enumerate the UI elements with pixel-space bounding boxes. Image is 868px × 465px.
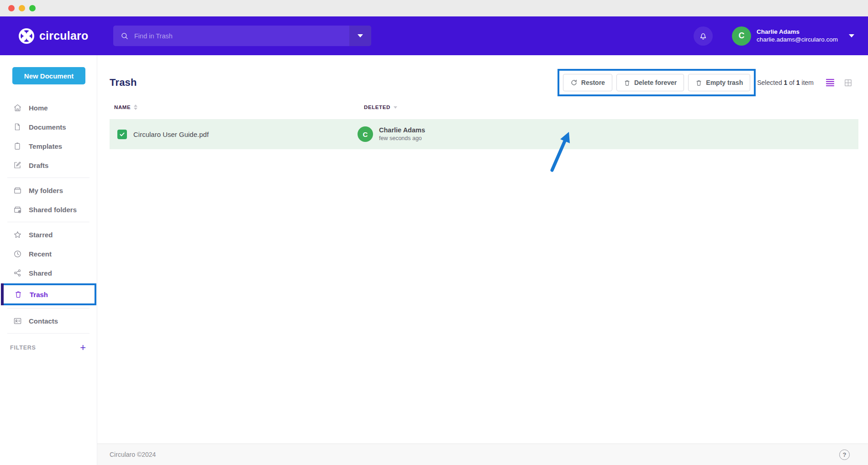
- share-icon: [13, 269, 22, 277]
- table-row[interactable]: Circularo User Guide.pdf C Charlie Adams…: [110, 119, 858, 149]
- search-icon: [121, 32, 129, 40]
- deleted-time: few seconds ago: [379, 135, 425, 142]
- circularo-logo-icon: [18, 28, 35, 44]
- restore-icon: [570, 79, 578, 86]
- restore-label: Restore: [581, 79, 605, 86]
- sidebar-item-label: Templates: [29, 142, 62, 150]
- shared-folder-icon: [13, 205, 22, 214]
- search-scope-dropdown[interactable]: [349, 26, 371, 46]
- sidebar-item-label: Recent: [29, 250, 52, 258]
- sort-both-icon: [134, 104, 137, 110]
- sidebar-item-label: My folders: [29, 187, 63, 194]
- new-document-button[interactable]: New Document: [12, 67, 85, 84]
- sidebar-item-trash[interactable]: Trash: [3, 285, 95, 303]
- filters-label: FILTERS: [10, 345, 36, 351]
- sidebar: New Document Home Documents Templates Dr…: [0, 55, 97, 465]
- folder-icon: [13, 186, 22, 195]
- sidebar-item-label: Trash: [30, 291, 48, 298]
- user-menu[interactable]: C Charlie Adams charlie.adams@circularo.…: [732, 26, 854, 46]
- sidebar-item-contacts[interactable]: Contacts: [0, 311, 97, 330]
- sidebar-item-label: Shared: [29, 269, 52, 277]
- page-toolbar: Trash Restore Delete forever: [97, 55, 868, 96]
- sidebar-item-templates[interactable]: Templates: [0, 136, 97, 156]
- column-header-deleted[interactable]: DELETED: [364, 104, 868, 110]
- search-input[interactable]: [134, 32, 349, 40]
- grid-view-button[interactable]: [844, 78, 852, 87]
- window-controls: [8, 5, 36, 11]
- row-checkbox[interactable]: [117, 130, 127, 139]
- sidebar-item-label: Documents: [29, 123, 66, 131]
- empty-trash-button[interactable]: Empty trash: [688, 74, 750, 91]
- restore-button[interactable]: Restore: [563, 74, 612, 91]
- filters-section: FILTERS +: [0, 336, 97, 353]
- copyright-text: Circularo ©2024: [110, 451, 156, 458]
- check-icon: [119, 131, 125, 137]
- deleted-by-name: Charlie Adams: [379, 126, 425, 135]
- active-item-indicator: [1, 283, 4, 305]
- delete-forever-label: Delete forever: [634, 79, 677, 86]
- deleted-by-avatar: C: [358, 126, 373, 142]
- draft-icon: [13, 161, 22, 169]
- page-title: Trash: [110, 77, 137, 89]
- help-button[interactable]: ?: [839, 449, 850, 460]
- minimize-window-button[interactable]: [19, 5, 25, 11]
- sidebar-divider: [7, 178, 89, 178]
- main-content: Trash Restore Delete forever: [97, 55, 868, 465]
- sidebar-item-label: Starred: [29, 231, 53, 239]
- chevron-down-icon: [358, 34, 363, 37]
- file-name: Circularo User Guide.pdf: [133, 131, 209, 138]
- app-header: circularo C Charlie Adams charlie.adams@…: [0, 16, 868, 55]
- column-header-name[interactable]: NAME: [114, 104, 364, 110]
- toolbar-annotation-box: Restore Delete forever Empty trash: [558, 69, 756, 96]
- sidebar-item-label: Home: [29, 104, 48, 112]
- trash-icon: [695, 79, 702, 86]
- search-bar: [113, 26, 371, 46]
- user-name: Charlie Adams: [757, 28, 838, 36]
- sidebar-item-shared[interactable]: Shared: [0, 263, 97, 282]
- user-avatar: C: [732, 26, 751, 46]
- selection-summary: Selected 1 of 1 item: [757, 79, 814, 86]
- trash-annotation-box: Trash: [1, 283, 96, 305]
- sidebar-item-drafts[interactable]: Drafts: [0, 156, 97, 175]
- list-view-icon: [826, 78, 835, 87]
- sidebar-item-home[interactable]: Home: [0, 98, 97, 117]
- home-icon: [13, 104, 22, 112]
- brand-logo[interactable]: circularo: [18, 28, 112, 44]
- clock-icon: [13, 250, 22, 258]
- sidebar-item-shared-folders[interactable]: Shared folders: [0, 200, 97, 219]
- user-email: charlie.adams@circularo.com: [757, 36, 838, 44]
- sort-down-icon: [394, 106, 397, 109]
- sidebar-item-label: Drafts: [29, 162, 48, 169]
- trash-icon: [14, 290, 23, 298]
- star-icon: [13, 230, 22, 239]
- notifications-button[interactable]: [694, 26, 713, 46]
- add-filter-button[interactable]: +: [80, 343, 86, 353]
- sidebar-item-label: Shared folders: [29, 206, 77, 214]
- sidebar-item-recent[interactable]: Recent: [0, 244, 97, 263]
- grid-view-icon: [844, 78, 852, 87]
- sidebar-divider: [7, 308, 89, 308]
- zoom-window-button[interactable]: [29, 5, 36, 11]
- document-icon: [13, 123, 22, 131]
- delete-forever-button[interactable]: Delete forever: [616, 74, 684, 91]
- template-icon: [13, 142, 22, 150]
- sidebar-item-label: Contacts: [29, 317, 58, 325]
- sidebar-item-starred[interactable]: Starred: [0, 225, 97, 244]
- window-title-bar: [0, 0, 868, 16]
- table-header: NAME DELETED: [97, 96, 868, 116]
- trash-table: NAME DELETED Circularo User Guide.pdf C: [97, 96, 868, 444]
- sidebar-item-my-folders[interactable]: My folders: [0, 181, 97, 200]
- sidebar-divider: [7, 333, 89, 334]
- list-view-button[interactable]: [826, 78, 835, 87]
- brand-name: circularo: [39, 29, 88, 42]
- chevron-down-icon: [849, 34, 854, 37]
- bell-icon: [699, 31, 708, 41]
- sidebar-item-documents[interactable]: Documents: [0, 117, 97, 136]
- contacts-icon: [13, 317, 22, 325]
- sidebar-divider: [7, 222, 89, 222]
- empty-trash-label: Empty trash: [706, 79, 743, 86]
- footer: Circularo ©2024 ?: [97, 444, 868, 465]
- close-window-button[interactable]: [8, 5, 15, 11]
- trash-icon: [624, 79, 631, 86]
